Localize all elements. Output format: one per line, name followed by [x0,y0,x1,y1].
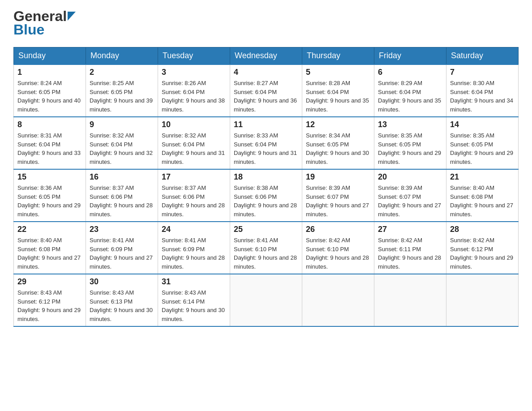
calendar-day-cell: 14 Sunrise: 8:35 AM Sunset: 6:05 PM Dayl… [446,117,519,169]
day-number: 26 [306,225,370,234]
day-info: Sunrise: 8:35 AM Sunset: 6:05 PM Dayligh… [450,131,515,166]
calendar-day-cell: 23 Sunrise: 8:41 AM Sunset: 6:09 PM Dayl… [86,222,158,274]
day-info: Sunrise: 8:39 AM Sunset: 6:07 PM Dayligh… [306,184,370,218]
day-number: 19 [306,172,370,182]
weekday-header-friday: Friday [374,47,446,65]
page-header: General Blue [13,9,519,38]
calendar-header-row: SundayMondayTuesdayWednesdayThursdayFrid… [14,47,519,65]
day-info: Sunrise: 8:32 AM Sunset: 6:04 PM Dayligh… [90,131,154,166]
day-number: 25 [234,225,298,234]
weekday-header-wednesday: Wednesday [230,47,302,65]
day-info: Sunrise: 8:33 AM Sunset: 6:04 PM Dayligh… [234,131,298,166]
day-number: 6 [378,68,442,77]
day-number: 17 [162,172,226,182]
calendar-day-cell: 8 Sunrise: 8:31 AM Sunset: 6:04 PM Dayli… [14,117,86,169]
day-number: 10 [162,120,226,129]
calendar-day-cell: 6 Sunrise: 8:29 AM Sunset: 6:04 PM Dayli… [374,64,446,117]
weekday-header-monday: Monday [86,47,158,65]
calendar-day-cell [374,274,446,326]
calendar-day-cell: 19 Sunrise: 8:39 AM Sunset: 6:07 PM Dayl… [302,169,374,222]
calendar-day-cell: 20 Sunrise: 8:39 AM Sunset: 6:07 PM Dayl… [374,169,446,222]
day-info: Sunrise: 8:29 AM Sunset: 6:04 PM Dayligh… [378,79,442,114]
calendar-day-cell: 16 Sunrise: 8:37 AM Sunset: 6:06 PM Dayl… [86,169,158,222]
day-info: Sunrise: 8:41 AM Sunset: 6:10 PM Dayligh… [234,236,298,271]
day-info: Sunrise: 8:39 AM Sunset: 6:07 PM Dayligh… [378,184,442,218]
day-number: 3 [162,68,226,77]
day-number: 13 [378,120,442,129]
day-info: Sunrise: 8:42 AM Sunset: 6:12 PM Dayligh… [450,236,515,271]
calendar-day-cell: 17 Sunrise: 8:37 AM Sunset: 6:06 PM Dayl… [158,169,230,222]
calendar-day-cell: 13 Sunrise: 8:35 AM Sunset: 6:05 PM Dayl… [374,117,446,169]
day-number: 7 [450,68,515,77]
calendar-day-cell: 7 Sunrise: 8:30 AM Sunset: 6:04 PM Dayli… [446,64,519,117]
day-number: 8 [17,120,82,129]
day-number: 24 [162,225,226,234]
day-info: Sunrise: 8:24 AM Sunset: 6:05 PM Dayligh… [17,79,82,114]
day-info: Sunrise: 8:42 AM Sunset: 6:11 PM Dayligh… [378,236,442,271]
day-info: Sunrise: 8:31 AM Sunset: 6:04 PM Dayligh… [17,131,82,166]
day-info: Sunrise: 8:37 AM Sunset: 6:06 PM Dayligh… [162,184,226,218]
logo-part2: Blue [13,21,44,38]
day-number: 5 [306,68,370,77]
calendar-day-cell: 26 Sunrise: 8:42 AM Sunset: 6:10 PM Dayl… [302,222,374,274]
calendar-day-cell: 15 Sunrise: 8:36 AM Sunset: 6:05 PM Dayl… [14,169,86,222]
day-number: 4 [234,68,298,77]
weekday-header-sunday: Sunday [14,47,86,65]
day-number: 14 [450,120,515,129]
day-number: 11 [234,120,298,129]
calendar-day-cell: 22 Sunrise: 8:40 AM Sunset: 6:08 PM Dayl… [14,222,86,274]
svg-marker-0 [68,12,76,21]
calendar-day-cell: 11 Sunrise: 8:33 AM Sunset: 6:04 PM Dayl… [230,117,302,169]
day-number: 12 [306,120,370,129]
weekday-header-saturday: Saturday [446,47,519,65]
calendar-day-cell: 18 Sunrise: 8:38 AM Sunset: 6:06 PM Dayl… [230,169,302,222]
calendar-day-cell: 27 Sunrise: 8:42 AM Sunset: 6:11 PM Dayl… [374,222,446,274]
calendar-day-cell: 3 Sunrise: 8:26 AM Sunset: 6:04 PM Dayli… [158,64,230,117]
day-info: Sunrise: 8:34 AM Sunset: 6:05 PM Dayligh… [306,131,370,166]
day-info: Sunrise: 8:25 AM Sunset: 6:05 PM Dayligh… [90,79,154,114]
calendar-week-row: 22 Sunrise: 8:40 AM Sunset: 6:08 PM Dayl… [14,222,519,274]
day-number: 23 [90,225,154,234]
calendar-day-cell: 31 Sunrise: 8:43 AM Sunset: 6:14 PM Dayl… [158,274,230,326]
calendar-day-cell: 1 Sunrise: 8:24 AM Sunset: 6:05 PM Dayli… [14,64,86,117]
calendar-day-cell: 5 Sunrise: 8:28 AM Sunset: 6:04 PM Dayli… [302,64,374,117]
day-info: Sunrise: 8:40 AM Sunset: 6:08 PM Dayligh… [17,236,82,271]
day-info: Sunrise: 8:43 AM Sunset: 6:13 PM Dayligh… [90,288,154,323]
day-info: Sunrise: 8:28 AM Sunset: 6:04 PM Dayligh… [306,79,370,114]
calendar-week-row: 8 Sunrise: 8:31 AM Sunset: 6:04 PM Dayli… [14,117,519,169]
calendar-day-cell [446,274,519,326]
day-info: Sunrise: 8:32 AM Sunset: 6:04 PM Dayligh… [162,131,226,166]
calendar-day-cell: 9 Sunrise: 8:32 AM Sunset: 6:04 PM Dayli… [86,117,158,169]
day-number: 1 [17,68,82,77]
day-info: Sunrise: 8:30 AM Sunset: 6:04 PM Dayligh… [450,79,515,114]
calendar-day-cell: 25 Sunrise: 8:41 AM Sunset: 6:10 PM Dayl… [230,222,302,274]
calendar-day-cell [302,274,374,326]
day-info: Sunrise: 8:26 AM Sunset: 6:04 PM Dayligh… [162,79,226,114]
logo-arrow-icon [68,12,76,21]
day-info: Sunrise: 8:36 AM Sunset: 6:05 PM Dayligh… [17,184,82,218]
day-number: 20 [378,172,442,182]
calendar-week-row: 1 Sunrise: 8:24 AM Sunset: 6:05 PM Dayli… [14,64,519,117]
day-number: 28 [450,225,515,234]
calendar-day-cell: 12 Sunrise: 8:34 AM Sunset: 6:05 PM Dayl… [302,117,374,169]
day-info: Sunrise: 8:42 AM Sunset: 6:10 PM Dayligh… [306,236,370,271]
day-number: 18 [234,172,298,182]
day-number: 29 [17,277,82,287]
day-info: Sunrise: 8:43 AM Sunset: 6:12 PM Dayligh… [17,288,82,323]
calendar-week-row: 29 Sunrise: 8:43 AM Sunset: 6:12 PM Dayl… [14,274,519,326]
day-info: Sunrise: 8:38 AM Sunset: 6:06 PM Dayligh… [234,184,298,218]
day-number: 31 [162,277,226,287]
day-info: Sunrise: 8:35 AM Sunset: 6:05 PM Dayligh… [378,131,442,166]
day-info: Sunrise: 8:43 AM Sunset: 6:14 PM Dayligh… [162,288,226,323]
day-info: Sunrise: 8:27 AM Sunset: 6:04 PM Dayligh… [234,79,298,114]
day-info: Sunrise: 8:41 AM Sunset: 6:09 PM Dayligh… [90,236,154,271]
calendar-day-cell: 21 Sunrise: 8:40 AM Sunset: 6:08 PM Dayl… [446,169,519,222]
day-info: Sunrise: 8:41 AM Sunset: 6:09 PM Dayligh… [162,236,226,271]
weekday-header-tuesday: Tuesday [158,47,230,65]
weekday-header-thursday: Thursday [302,47,374,65]
calendar-table: SundayMondayTuesdayWednesdayThursdayFrid… [13,47,519,327]
day-number: 16 [90,172,154,182]
calendar-day-cell: 30 Sunrise: 8:43 AM Sunset: 6:13 PM Dayl… [86,274,158,326]
calendar-day-cell: 2 Sunrise: 8:25 AM Sunset: 6:05 PM Dayli… [86,64,158,117]
day-info: Sunrise: 8:37 AM Sunset: 6:06 PM Dayligh… [90,184,154,218]
